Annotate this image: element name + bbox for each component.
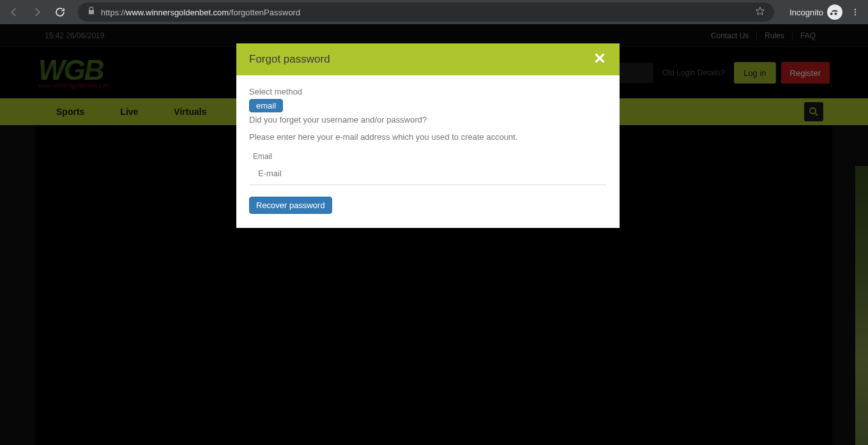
recover-password-button[interactable]: Recover password bbox=[249, 197, 332, 214]
url-path: /forgottenPassword bbox=[229, 8, 300, 17]
browser-chrome: https://www.winnersgoldenbet.com/forgott… bbox=[0, 0, 868, 24]
lock-icon bbox=[87, 6, 96, 18]
modal-title: Forgot password bbox=[249, 53, 330, 66]
svg-point-0 bbox=[855, 9, 856, 10]
bookmark-star-icon[interactable] bbox=[755, 6, 765, 19]
forward-button[interactable] bbox=[28, 3, 46, 21]
email-input-wrap bbox=[249, 162, 607, 185]
email-field-label: Email bbox=[253, 152, 607, 161]
method-email-pill[interactable]: email bbox=[249, 99, 283, 112]
incognito-label: Incognito bbox=[789, 8, 823, 17]
modal-body: Select method email Did you forget your … bbox=[236, 75, 620, 228]
forgot-password-modal: Forgot password Select method email Did … bbox=[236, 43, 620, 228]
modal-header: Forgot password bbox=[236, 43, 620, 75]
incognito-indicator: Incognito bbox=[789, 4, 842, 20]
reload-button[interactable] bbox=[51, 3, 69, 21]
svg-point-1 bbox=[855, 11, 856, 13]
url-prefix: https:// bbox=[101, 8, 126, 17]
url-host: www.winnersgoldenbet.com bbox=[126, 8, 229, 17]
address-bar[interactable]: https://www.winnersgoldenbet.com/forgott… bbox=[78, 3, 774, 22]
question-text: Did you forget your username and/or pass… bbox=[249, 115, 607, 124]
svg-point-2 bbox=[855, 14, 856, 15]
select-method-label: Select method bbox=[249, 87, 607, 96]
browser-menu-button[interactable] bbox=[848, 8, 863, 17]
instruction-text: Please enter here your e-mail address wh… bbox=[249, 132, 607, 142]
back-button[interactable] bbox=[5, 3, 23, 21]
email-input[interactable] bbox=[253, 163, 603, 183]
incognito-icon bbox=[827, 4, 842, 20]
close-icon[interactable] bbox=[593, 51, 607, 68]
url-text: https://www.winnersgoldenbet.com/forgott… bbox=[101, 8, 300, 17]
